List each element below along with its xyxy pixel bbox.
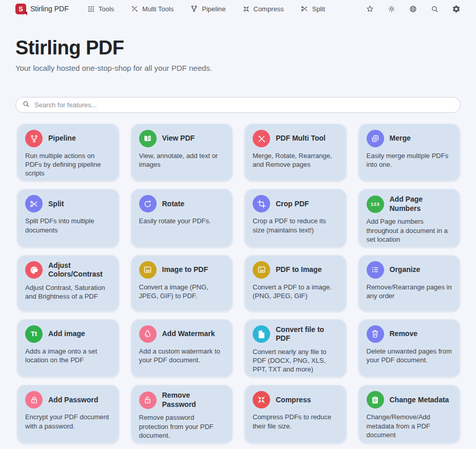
numbers-glyph: 123 [371, 201, 379, 207]
card-description: Remove/Rearrange pages in any order [367, 283, 452, 300]
nav-item-label: Pipeline [202, 5, 225, 13]
card-title: Convert file to PDF [276, 325, 338, 343]
card-title: Adjust Colors/Contrast [48, 261, 111, 279]
gear-icon[interactable] [452, 5, 461, 13]
nav-item-split[interactable]: Split [300, 5, 325, 13]
card-add-password[interactable]: Add Password Encrypt your PDF document w… [17, 385, 119, 443]
card-adjust-colors-contrast[interactable]: Adjust Colors/Contrast Adjust Contrast, … [17, 255, 119, 311]
merge-icon [367, 130, 384, 147]
card-title: PDF to Image [276, 265, 321, 275]
brand[interactable]: S Stirling PDF [15, 4, 69, 14]
card-compress[interactable]: Compress Compress PDFs to reduce their f… [244, 385, 347, 443]
card-description: Encrypt your PDF document with a passwor… [25, 413, 111, 430]
page-title: Stirling PDF [15, 37, 461, 59]
text-tt-icon: Tt [25, 325, 43, 343]
nav-item-tools[interactable]: Tools [87, 5, 114, 13]
card-title: Add Watermark [162, 329, 215, 339]
card-image-to-pdf[interactable]: Image to PDF Convert a image (PNG, JPEG,… [131, 255, 233, 311]
card-title: Pipeline [48, 134, 76, 143]
card-description: Convert nearly any file to PDF (DOCX, PN… [253, 347, 338, 374]
pipeline-icon [190, 5, 198, 13]
card-merge[interactable]: Merge Easily merge multiple PDFs into on… [358, 124, 461, 181]
nav-right-icons [366, 5, 461, 13]
nav-item-pipeline[interactable]: Pipeline [190, 5, 225, 13]
crop-icon [253, 195, 270, 212]
card-description: Add a custom watermark to your PDF docum… [139, 347, 225, 364]
lock-icon [25, 391, 43, 408]
rotate-icon [139, 195, 157, 212]
card-description: View, annotate, add text or images [139, 151, 225, 169]
card-description: Easily rotate your PDFs. [139, 217, 225, 225]
star-icon[interactable] [366, 5, 374, 13]
list-icon [367, 261, 384, 279]
card-description: Add Page numbers throughout a document i… [367, 217, 452, 243]
top-navbar: S Stirling PDF Tools Multi Tools Pipelin… [0, 0, 476, 17]
card-description: Easily merge multiple PDFs into one. [367, 151, 452, 169]
card-title: Crop PDF [276, 200, 309, 209]
book-icon [139, 130, 157, 147]
stirling-logo-icon: S [15, 4, 26, 14]
card-convert-file-to-pdf[interactable]: Convert file to PDF Convert nearly any f… [244, 319, 347, 377]
card-title: Remove [390, 329, 417, 339]
globe-icon[interactable] [409, 5, 417, 13]
search-section [0, 72, 476, 113]
scissors-icon [300, 5, 309, 13]
card-add-watermark[interactable]: Add Watermark Add a custom watermark to … [131, 319, 233, 377]
card-title: Rotate [162, 200, 185, 209]
multi-tools-icon [253, 130, 270, 147]
card-remove[interactable]: Remove Delete unwanted pages from your P… [358, 319, 461, 377]
hero-section: Stirling PDF Your locally hosted one-sto… [0, 17, 476, 72]
card-description: Run multiple actions on PDFs by defining… [25, 151, 111, 178]
card-description: Crop a PDF to reduce its size (maintains… [253, 217, 338, 234]
card-description: Compress PDFs to reduce their file size. [253, 413, 338, 430]
nav-item-compress[interactable]: Compress [242, 5, 284, 13]
search-icon[interactable] [430, 5, 439, 13]
card-description: Convert a image (PNG, JPEG, GIF) to PDF. [139, 283, 225, 300]
file-icon [253, 325, 270, 343]
search-input[interactable] [34, 101, 454, 109]
compress-icon [253, 391, 270, 408]
search-icon [22, 100, 30, 110]
unlock-icon [139, 392, 157, 409]
card-description: Remove password protection from your PDF… [139, 413, 225, 439]
card-description: Delete unwanted pages from your PDF docu… [367, 347, 452, 364]
card-title: Add Page Numbers [390, 195, 452, 213]
page-subtitle: Your locally hosted one-stop-shop for al… [15, 64, 461, 72]
image-icon [253, 261, 270, 279]
card-description: Convert a PDF to a image. (PNG, JPEG, GI… [253, 283, 338, 300]
card-pdf-to-image[interactable]: PDF to Image Convert a PDF to a image. (… [244, 255, 347, 311]
scissors-icon [25, 195, 43, 212]
card-title: Remove Password [162, 391, 225, 409]
sun-icon[interactable] [387, 5, 396, 13]
nav-item-multi-tools[interactable]: Multi Tools [130, 5, 174, 13]
grid-icon [87, 5, 95, 13]
card-description: Adds a image onto a set location on the … [25, 347, 111, 364]
card-organize[interactable]: Organize Remove/Rearrange pages in any o… [358, 255, 461, 311]
card-split[interactable]: Split Split PDFs into multiple documents [17, 189, 119, 247]
card-crop-pdf[interactable]: Crop PDF Crop a PDF to reduce its size (… [244, 189, 347, 247]
multi-tools-icon [130, 5, 139, 13]
nav-item-label: Compress [254, 5, 284, 13]
feature-card-grid: Pipeline Run multiple actions on PDFs by… [17, 124, 460, 443]
tt-glyph: Tt [31, 330, 37, 338]
nav-item-label: Split [312, 5, 325, 13]
card-remove-password[interactable]: Remove Password Remove password protecti… [131, 385, 233, 443]
card-rotate[interactable]: Rotate Easily rotate your PDFs. [131, 189, 233, 247]
card-change-metadata[interactable]: Change Metadata Change/Remove/Add metada… [358, 385, 461, 443]
card-add-image[interactable]: Tt Add image Adds a image onto a set loc… [17, 319, 119, 377]
card-description: Merge, Rotate, Rearrange, and Remove pag… [253, 151, 338, 169]
card-view-pdf[interactable]: View PDF View, annotate, add text or ima… [131, 124, 233, 181]
trash-icon [367, 325, 384, 343]
card-pdf-multi-tool[interactable]: PDF Multi Tool Merge, Rotate, Rearrange,… [244, 124, 347, 181]
card-pipeline[interactable]: Pipeline Run multiple actions on PDFs by… [17, 124, 119, 181]
card-title: Compress [276, 396, 311, 405]
nav-item-label: Multi Tools [142, 5, 174, 13]
card-description: Adjust Contrast, Saturation and Brightne… [25, 283, 111, 301]
card-add-page-numbers[interactable]: 123 Add Page Numbers Add Page numbers th… [358, 189, 461, 247]
image-icon [139, 261, 157, 279]
droplet-icon [139, 325, 157, 343]
card-title: Image to PDF [162, 265, 208, 275]
card-title: Merge [390, 134, 411, 143]
feature-search-bar[interactable] [15, 97, 461, 113]
palette-icon [25, 261, 43, 279]
